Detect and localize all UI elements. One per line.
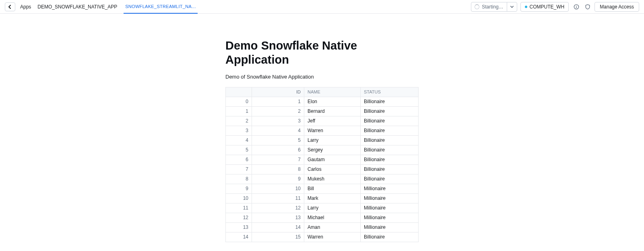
cell-index: 0 xyxy=(226,97,252,106)
table-row[interactable]: 23JeffBillionaire xyxy=(226,116,419,126)
table-row[interactable]: 78CarlosBillionaire xyxy=(226,164,419,174)
cell-name: Aman xyxy=(304,222,361,232)
chevron-left-icon xyxy=(8,5,12,9)
cell-id: 11 xyxy=(252,193,304,203)
data-table[interactable]: ID NAME STATUS 01ElonBillionaire12Bernar… xyxy=(225,87,419,242)
cell-id: 15 xyxy=(252,232,304,242)
cell-name: Jeff xyxy=(304,116,361,126)
cell-status: Billionaire xyxy=(361,164,419,174)
tab-streamlit[interactable]: SNOWFLAKE_STREAMLIT_NA… xyxy=(124,0,198,14)
table-row[interactable]: 34WarrenBillionaire xyxy=(226,126,419,135)
table-row[interactable]: 910BillMillionaire xyxy=(226,184,419,193)
cell-index: 9 xyxy=(226,184,252,193)
cell-id: 10 xyxy=(252,184,304,193)
cell-status: Millionaire xyxy=(361,203,419,213)
cell-index: 10 xyxy=(226,193,252,203)
cell-id: 4 xyxy=(252,126,304,135)
cell-status: Millionaire xyxy=(361,222,419,232)
cell-name: Bill xyxy=(304,184,361,193)
cell-index: 8 xyxy=(226,174,252,184)
cell-name: Gautam xyxy=(304,155,361,164)
cell-status: Billionaire xyxy=(361,116,419,126)
cell-index: 7 xyxy=(226,164,252,174)
cell-name: Warren xyxy=(304,126,361,135)
cell-status: Millionaire xyxy=(361,213,419,222)
breadcrumb-apps[interactable]: Apps xyxy=(20,4,31,10)
cell-name: Sergey xyxy=(304,145,361,155)
privileges-button[interactable] xyxy=(583,2,592,11)
breadcrumb-app-name[interactable]: DEMO_SNOWFLAKE_NATIVE_APP xyxy=(37,4,117,10)
page-subtitle: Demo of Snowflake Native Application xyxy=(225,74,419,80)
info-icon xyxy=(574,4,579,10)
main-content: Demo Snowflake Native Application Demo o… xyxy=(225,39,419,242)
cell-index: 12 xyxy=(226,213,252,222)
table-header-row: ID NAME STATUS xyxy=(226,87,419,97)
cell-index: 2 xyxy=(226,116,252,126)
table-row[interactable]: 1415WarrenBillionaire xyxy=(226,232,419,242)
status-text: Starting… xyxy=(482,4,503,10)
col-index xyxy=(226,87,252,97)
cell-id: 8 xyxy=(252,164,304,174)
cell-name: Mukesh xyxy=(304,174,361,184)
cell-status: Billionaire xyxy=(361,106,419,116)
cell-index: 6 xyxy=(226,155,252,164)
table-row[interactable]: 1011MarkMillionaire xyxy=(226,193,419,203)
app-status-label: Starting… xyxy=(471,4,506,10)
cell-status: Millionaire xyxy=(361,193,419,203)
cell-status: Billionaire xyxy=(361,126,419,135)
cell-id: 9 xyxy=(252,174,304,184)
cell-name: Michael xyxy=(304,213,361,222)
shield-icon xyxy=(585,4,590,10)
cell-index: 3 xyxy=(226,126,252,135)
cell-id: 5 xyxy=(252,135,304,145)
cell-name: Carlos xyxy=(304,164,361,174)
col-name: NAME xyxy=(304,87,361,97)
warehouse-status-dot-icon xyxy=(525,6,527,8)
cell-name: Larry xyxy=(304,203,361,213)
cell-name: Warren xyxy=(304,232,361,242)
warehouse-selector[interactable]: COMPUTE_WH xyxy=(520,2,569,12)
top-bar: Apps DEMO_SNOWFLAKE_NATIVE_APP SNOWFLAKE… xyxy=(0,0,644,14)
app-status-dropdown[interactable]: Starting… xyxy=(471,2,517,12)
table-row[interactable]: 89MukeshBillionaire xyxy=(226,174,419,184)
table-row[interactable]: 01ElonBillionaire xyxy=(226,97,419,106)
cell-name: Mark xyxy=(304,193,361,203)
chevron-down-icon xyxy=(510,5,514,8)
cell-name: Bernard xyxy=(304,106,361,116)
cell-id: 1 xyxy=(252,97,304,106)
warehouse-name: COMPUTE_WH xyxy=(530,4,565,10)
manage-access-button[interactable]: Manage Access xyxy=(594,2,639,12)
table-row[interactable]: 12BernardBillionaire xyxy=(226,106,419,116)
cell-status: Billionaire xyxy=(361,97,419,106)
col-status: STATUS xyxy=(361,87,419,97)
cell-id: 2 xyxy=(252,106,304,116)
cell-status: Billionaire xyxy=(361,135,419,145)
cell-status: Billionaire xyxy=(361,174,419,184)
cell-id: 6 xyxy=(252,145,304,155)
cell-id: 7 xyxy=(252,155,304,164)
table-row[interactable]: 1112LarryMillionaire xyxy=(226,203,419,213)
table-row[interactable]: 67GautamBillionaire xyxy=(226,155,419,164)
back-button[interactable] xyxy=(5,2,15,11)
table-row[interactable]: 1314AmanMillionaire xyxy=(226,222,419,232)
table-row[interactable]: 56SergeyBillionaire xyxy=(226,145,419,155)
cell-id: 13 xyxy=(252,213,304,222)
col-id: ID xyxy=(252,87,304,97)
cell-index: 13 xyxy=(226,222,252,232)
cell-id: 3 xyxy=(252,116,304,126)
table-row[interactable]: 45LarryBillionaire xyxy=(226,135,419,145)
cell-status: Billionaire xyxy=(361,232,419,242)
spinner-icon xyxy=(475,4,479,9)
cell-index: 5 xyxy=(226,145,252,155)
cell-name: Elon xyxy=(304,97,361,106)
cell-index: 4 xyxy=(226,135,252,145)
cell-id: 12 xyxy=(252,203,304,213)
status-dropdown-toggle[interactable] xyxy=(507,5,517,8)
cell-index: 1 xyxy=(226,106,252,116)
table-row[interactable]: 1213MichaelMillionaire xyxy=(226,213,419,222)
page-title: Demo Snowflake Native Application xyxy=(225,39,419,67)
cell-status: Millionaire xyxy=(361,184,419,193)
cell-id: 14 xyxy=(252,222,304,232)
info-button[interactable] xyxy=(572,2,581,11)
cell-index: 14 xyxy=(226,232,252,242)
